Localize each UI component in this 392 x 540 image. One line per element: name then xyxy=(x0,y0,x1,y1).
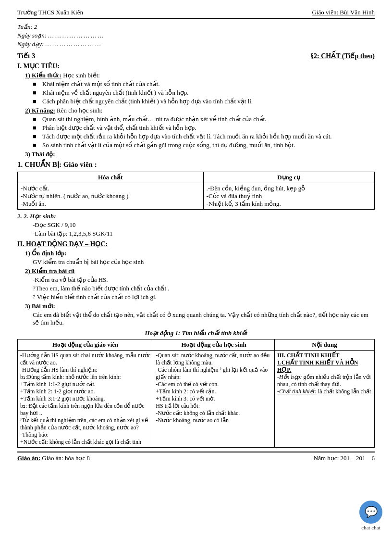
chuan-bi-title: 1. CHUẨN BỊ: Giáo viên : xyxy=(17,160,375,169)
header: Trường THCS Xuân Kiên Giáo viên: Bùi Văn… xyxy=(17,9,375,19)
kien-thuc-bullet-1: ■ Khái niệm chất và một số tính chất của… xyxy=(33,80,375,88)
footer-left: Giáo án: Giáo án: hóa học 8 xyxy=(17,454,90,462)
thai-do-label: 3) Thái độ: xyxy=(25,151,375,158)
table-cell-hoa-chat: -Nước cất. -Nước tự nhiên. ( nước ao, nư… xyxy=(18,183,204,210)
table-row: -Nước cất. -Nước tự nhiên. ( nước ao, nư… xyxy=(18,183,375,210)
on-dinh-text: GV kiểm tra chuẩn bị bài học của học sin… xyxy=(33,258,375,266)
ngay-soan: Ngày soạn: … … … … … … … … xyxy=(17,32,375,39)
activity-title: Hoạt động 1: Tìm hiểu chất tinh khiết xyxy=(17,329,375,337)
kien-thuc-bullet-3: ■ Cách phân biệt chất nguyên chất (tinh … xyxy=(33,98,375,105)
kiem-tra-item-2: ?Theo em, làm thế nào biết được tính chấ… xyxy=(33,285,375,292)
hoc-sinh-item-1: -Đọc SGK / 9,10 xyxy=(33,221,375,229)
ki-nang-bullet-3: ■ Tách được một chất rắn ra khỏi hỗn hợp… xyxy=(33,133,375,140)
chat-button[interactable]: 💬 chat chat xyxy=(359,501,382,530)
table-header-dung-cu: Dụng cụ xyxy=(203,172,374,183)
activity-table: Hoạt động của giáo viên Hoạt động của họ… xyxy=(17,339,375,448)
activity-cell-gv: -Hướng dẫn HS quan sát chai nước khoáng,… xyxy=(18,351,153,448)
hoc-sinh-label: 2. 2. Học sinh: xyxy=(17,213,375,220)
table-cell-dung-cu: .-Đèn cồn, kiềng đun, ống hút, kẹp gỗ -C… xyxy=(203,183,374,210)
kien-thuc-bullet-2: ■ Khái niệm về chất nguyên chất (tinh kh… xyxy=(33,89,375,97)
footer-subject: Giáo án: hóa học 8 xyxy=(42,454,90,462)
lesson-header: Tiết 3 §2: CHẤT (Tiếp theo) xyxy=(17,52,375,60)
kiem-tra-label: 2) Kiểm tra bài cũ xyxy=(25,267,375,275)
footer: Giáo án: Giáo án: hóa học 8 Năm học: 201… xyxy=(17,452,375,462)
table-header-hoa-chat: Hóa chất xyxy=(18,172,204,183)
footer-label: Giáo án: xyxy=(17,454,40,462)
muc-tieu-section: I. MỤC TIÊU: 1) Kiến thức: Học sinh biết… xyxy=(17,62,375,158)
tuan: Tuần: 2 xyxy=(17,23,375,31)
activity-col-nd: Nội dung xyxy=(274,339,374,351)
chat-label: chat chat xyxy=(361,525,380,530)
hoc-sinh-item-2: -Làm bài tập: 1,2,3,5,6 SGK/11 xyxy=(33,230,375,238)
chat-icon[interactable]: 💬 xyxy=(359,501,382,524)
kiem-tra-item-3: ? Việc hiểu biết tính chất của chất có l… xyxy=(33,293,375,301)
activity-cell-nd: III. CHẤT TINH KHIẾT 1.CHẤT TINH KHIẾT V… xyxy=(274,351,374,448)
activity-col-hs: Hoạt động của học sinh xyxy=(153,339,275,351)
ki-nang-bullet-2: ■ Phân biệt được chất và vật thể, chất t… xyxy=(33,124,375,132)
tiet-label: Tiết 3 xyxy=(17,52,35,60)
teacher-name: Giáo viên: Bùi Văn Hinh xyxy=(312,9,375,16)
chat-icon-symbol: 💬 xyxy=(365,506,378,518)
ki-nang-bullet-4: ■ So sánh tính chất vật lí của một số ch… xyxy=(33,141,375,149)
activity-row: -Hướng dẫn HS quan sát chai nước khoáng,… xyxy=(18,351,375,448)
page: Trường THCS Xuân Kiên Giáo viên: Bùi Văn… xyxy=(0,0,392,540)
muc-tieu-title: I. MỤC TIÊU: xyxy=(17,62,375,70)
bai-moi-label: 3) Bài mới: xyxy=(25,302,375,310)
activity-section: Hoạt động 1: Tìm hiểu chất tinh khiết Ho… xyxy=(17,329,375,448)
ngay-day: Ngày dạy: … … … … … … … … xyxy=(17,40,375,48)
on-dinh-label: 1) Ổn định lớp: xyxy=(25,250,375,257)
hoat-dong-section: II. HOẠT ĐỘNG DẠY – HỌC: 1) Ổn định lớp:… xyxy=(17,240,375,327)
activity-col-gv: Hoạt động của giáo viên xyxy=(18,339,153,351)
school-name: Trường THCS Xuân Kiên xyxy=(17,9,83,16)
ki-nang-bullet-1: ■ Quan sát thí nghiệm, hình ảnh, mẫu chấ… xyxy=(33,115,375,123)
kien-thuc-label: 1) Kiến thức: Học sinh biết: xyxy=(25,72,375,79)
lesson-section: §2: CHẤT (Tiếp theo) xyxy=(310,52,375,60)
chuan-bi-section: 1. CHUẨN BỊ: Giáo viên : Hóa chất Dụng c… xyxy=(17,160,375,238)
chuan-bi-table: Hóa chất Dụng cụ -Nước cất. -Nước tự nhi… xyxy=(17,172,375,210)
hoat-dong-title: II. HOẠT ĐỘNG DẠY – HỌC: xyxy=(17,240,375,248)
ki-nang-label: 2) Kĩ năng: Rèn cho học sinh: xyxy=(25,107,375,114)
activity-cell-hs: -Quan sát: nước khoáng, nước cất, nước a… xyxy=(153,351,275,448)
kiem-tra-item-1: -Kiểm tra vở bài tập của HS. xyxy=(33,276,375,284)
bai-moi-text: Các em đã biết vật thể do chất tạo nên, … xyxy=(33,311,375,327)
meta-section: Tuần: 2 Ngày soạn: … … … … … … … … Ngày … xyxy=(17,23,375,48)
footer-right: Năm học: 201 – 201 6 xyxy=(314,454,375,462)
